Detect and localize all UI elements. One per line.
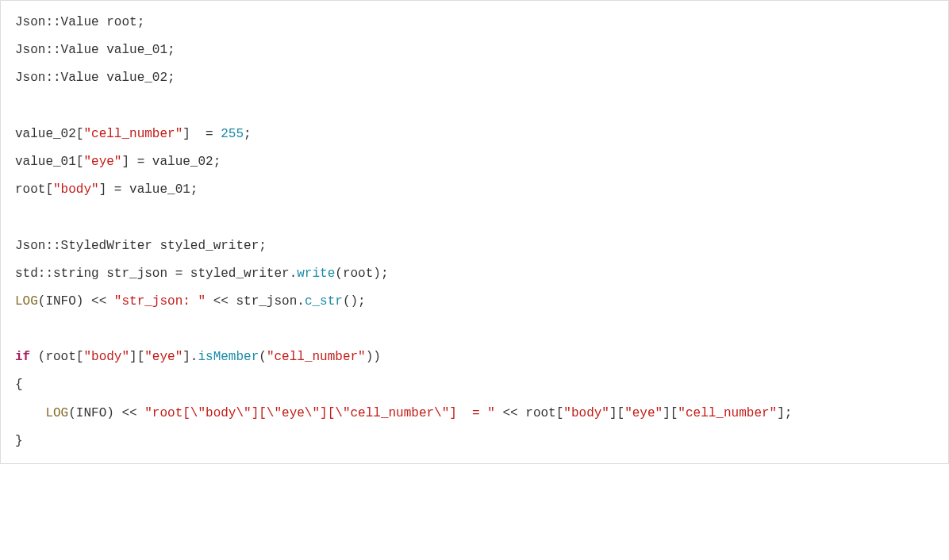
code-token: ].: [182, 350, 198, 364]
code-line: std::string str_json = styled_writer.wri…: [15, 267, 389, 281]
code-line: root["body"] = value_01;: [15, 182, 198, 197]
code-token-string: "eye": [83, 155, 121, 169]
code-token-string: "body": [53, 182, 99, 197]
code-line: }: [15, 434, 23, 448]
code-token-string: "cell_number": [678, 406, 777, 420]
code-token: ][: [609, 406, 624, 420]
code-token: Json::Value root;: [15, 15, 144, 29]
code-line-blank: [15, 322, 23, 336]
code-token-string: "cell_number": [267, 350, 366, 364]
code-line: Json::Value value_01;: [15, 43, 175, 57]
code-token: (root);: [335, 267, 388, 281]
code-token: (INFO) <<: [38, 294, 114, 309]
code-token: ];: [777, 406, 792, 420]
code-token-string: "str_json: ": [114, 294, 206, 309]
code-token: )): [366, 350, 381, 364]
code-token-string: "body": [563, 406, 609, 420]
code-line-blank: [15, 210, 23, 224]
code-token: Json::Value value_02;: [15, 71, 175, 85]
code-line-blank: [15, 99, 23, 113]
code-line: LOG(INFO) << "root[\"body\"][\"eye\"][\"…: [15, 406, 792, 420]
code-token: (INFO) <<: [68, 406, 144, 420]
code-token: std::string str_json = styled_writer.: [15, 267, 297, 281]
code-token-func: LOG: [15, 294, 38, 309]
code-token-string: "root[\"body\"][\"eye\"][\"cell_number\"…: [144, 406, 495, 420]
code-line: Json::Value root;: [15, 15, 144, 29]
code-token: Json::Value value_01;: [15, 43, 175, 57]
code-token: Json::StyledWriter styled_writer;: [15, 239, 267, 253]
code-token-number: 255: [221, 127, 244, 141]
code-token-string: "eye": [624, 406, 663, 420]
code-token: ][: [663, 406, 678, 420]
code-token: }: [15, 434, 23, 448]
code-token: (root[: [30, 350, 83, 364]
code-token-string: "eye": [144, 350, 182, 364]
code-token: << root[: [495, 406, 563, 420]
code-token-method: isMember: [198, 350, 259, 364]
code-token-string: "cell_number": [83, 127, 182, 141]
code-token: << str_json.: [206, 294, 305, 309]
code-line: if (root["body"]["eye"].isMember("cell_n…: [15, 350, 381, 364]
code-token: {: [15, 378, 23, 392]
code-token-string: "body": [83, 350, 129, 364]
code-token: (: [259, 350, 267, 364]
code-line: Json::StyledWriter styled_writer;: [15, 239, 267, 253]
code-token: value_02[: [15, 127, 83, 141]
code-token: ] = value_02;: [121, 155, 221, 169]
code-line: LOG(INFO) << "str_json: " << str_json.c_…: [15, 294, 366, 309]
code-token-method: write: [297, 267, 335, 281]
code-token: ] = value_01;: [99, 182, 198, 197]
code-token: [15, 406, 45, 420]
code-line: value_02["cell_number"] = 255;: [15, 127, 252, 141]
code-token: ][: [129, 350, 144, 364]
code-line: value_01["eye"] = value_02;: [15, 155, 221, 169]
code-block: Json::Value root; Json::Value value_01; …: [0, 0, 949, 464]
code-token: root[: [15, 182, 53, 197]
code-token: value_01[: [15, 155, 83, 169]
code-token: ] =: [182, 127, 221, 141]
code-token-func: LOG: [45, 406, 68, 420]
code-token-method: c_str: [305, 294, 343, 309]
code-token: ;: [244, 127, 252, 141]
code-token-keyword: if: [15, 350, 30, 364]
code-token: ();: [343, 294, 366, 309]
code-line: Json::Value value_02;: [15, 71, 175, 85]
code-line: {: [15, 378, 23, 392]
